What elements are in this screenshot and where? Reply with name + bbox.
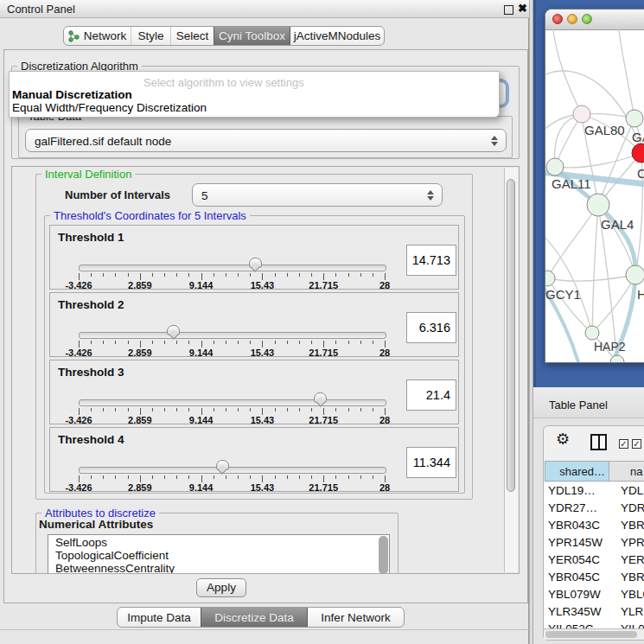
- slider-tick-label: 28: [379, 415, 390, 425]
- close-traffic-light-icon[interactable]: [552, 14, 563, 24]
- float-window-icon[interactable]: [504, 5, 513, 15]
- slider-tick: [176, 408, 177, 411]
- network-window-titlebar[interactable]: [545, 10, 644, 30]
- network-edge[interactable]: [545, 71, 641, 153]
- number-of-intervals-combobox[interactable]: 5: [192, 183, 443, 207]
- table-hscrollbar[interactable]: [544, 628, 644, 640]
- slider-tick: [201, 341, 202, 348]
- slider-tick: [348, 341, 349, 344]
- node-table[interactable]: YDL19…YDL1YDR27…YDR2YBR043CYBR0YPR145WYP…: [544, 482, 644, 628]
- network-node[interactable]: [626, 110, 643, 127]
- slider-tick: [335, 341, 336, 344]
- checkbox-icon[interactable]: ✓: [619, 439, 628, 449]
- attribute-list-item[interactable]: TopologicalCoefficient: [48, 548, 389, 561]
- numerical-attributes-list[interactable]: SelfLoopsTopologicalCoefficientBetweenne…: [48, 534, 390, 574]
- slider-track[interactable]: [79, 399, 386, 406]
- close-icon[interactable]: ✖: [518, 2, 527, 15]
- algorithm-option[interactable]: Equal Width/Frequency Discretization: [12, 101, 207, 114]
- network-node[interactable]: [587, 194, 609, 216]
- tab-cyni-toolbox[interactable]: Cyni Toolbox: [214, 27, 290, 45]
- table-row[interactable]: YBR045CYBR0: [544, 569, 644, 586]
- tab-infer-network[interactable]: Infer Network: [308, 608, 404, 627]
- slider-tick: [262, 475, 263, 482]
- slider-tick: [226, 475, 226, 479]
- slider-track[interactable]: [79, 332, 386, 339]
- network-node[interactable]: [573, 105, 590, 123]
- table-hscrollbar-thumb[interactable]: [545, 631, 637, 638]
- checkbox-icon[interactable]: ✓: [632, 439, 641, 449]
- slider-tick: [214, 341, 214, 344]
- slider-tick: [299, 341, 300, 344]
- attribute-list-item[interactable]: SelfLoops: [48, 535, 389, 548]
- tab-label: Infer Network: [321, 611, 390, 624]
- tab-impute-data[interactable]: Impute Data: [118, 608, 201, 627]
- slider-thumb[interactable]: [216, 460, 229, 470]
- table-row[interactable]: YDL19…YDL1: [544, 482, 644, 500]
- tab-label: jActiveMNodules: [294, 29, 381, 42]
- network-node[interactable]: [626, 265, 644, 284]
- column-header-name[interactable]: na: [609, 461, 644, 481]
- threshold-value-field[interactable]: 21.4: [406, 379, 456, 411]
- threshold-value-field[interactable]: 14.713: [406, 245, 456, 276]
- slider-thumb[interactable]: [167, 325, 180, 335]
- network-node-label: GAL11: [552, 176, 591, 191]
- tab-network[interactable]: Network: [64, 27, 131, 45]
- slider-tick: [287, 341, 288, 344]
- slider-track[interactable]: [79, 265, 386, 271]
- network-node[interactable]: [546, 158, 564, 175]
- threshold-panel: Threshold 4-3.4262.8599.14415.4321.71528…: [49, 427, 459, 492]
- slider-tick-label: 9.144: [189, 415, 214, 425]
- table-row[interactable]: YBL079WYBL0: [544, 586, 644, 603]
- network-edge[interactable]: [592, 205, 598, 333]
- table-row[interactable]: YBR043CYBR0: [544, 517, 644, 534]
- slider-tick: [250, 273, 251, 277]
- network-edge[interactable]: [618, 29, 634, 118]
- slider-tick: [152, 273, 153, 277]
- network-node[interactable]: [632, 143, 644, 163]
- bottom-tab-strip: Impute DataDiscretize DataInfer Network: [117, 607, 405, 628]
- zoom-traffic-light-icon[interactable]: [582, 14, 592, 24]
- threshold-value-field[interactable]: 6.316: [406, 312, 456, 343]
- network-edge[interactable]: [547, 275, 635, 281]
- table-row[interactable]: YPR145WYPR1: [544, 534, 644, 552]
- slider-tick: [164, 408, 165, 411]
- slider-thumb[interactable]: [249, 258, 262, 268]
- network-edge[interactable]: [547, 205, 598, 278]
- minimize-traffic-light-icon[interactable]: [567, 14, 577, 24]
- slider-thumb[interactable]: [314, 392, 327, 403]
- list-scrollbar[interactable]: [379, 536, 388, 574]
- table-row[interactable]: YDR27…YDR2: [544, 500, 644, 517]
- settings-scrollbar-thumb[interactable]: [507, 179, 515, 492]
- tab-discretize-data[interactable]: Discretize Data: [201, 608, 308, 627]
- threshold-value-field[interactable]: 11.344: [406, 447, 456, 478]
- threshold-label: Threshold 4: [58, 433, 124, 446]
- network-node[interactable]: [585, 326, 599, 340]
- tab-style[interactable]: Style: [131, 27, 170, 45]
- table-row[interactable]: YIL052CYIL0: [544, 621, 644, 628]
- table-data-combobox[interactable]: galFiltered.sif default node: [25, 129, 507, 152]
- slider-tick: [79, 341, 80, 348]
- tab-jactivemnodules[interactable]: jActiveMNodules: [290, 27, 384, 45]
- table-row[interactable]: YLR345WYLR3: [544, 603, 644, 621]
- attribute-list-item[interactable]: BetweennessCentrality: [48, 561, 389, 574]
- column-header-shared-name[interactable]: shared…: [545, 461, 609, 481]
- gear-icon[interactable]: ⚙: [556, 431, 570, 447]
- slider-tick: [335, 475, 336, 479]
- cell-name: YER0: [621, 553, 644, 566]
- settings-scrollbar[interactable]: [504, 168, 518, 572]
- apply-button[interactable]: Apply: [196, 578, 246, 597]
- slider-track[interactable]: [79, 467, 386, 474]
- cell-name: YBR0: [621, 571, 644, 583]
- tab-select[interactable]: Select: [170, 27, 214, 45]
- slider-tick: [140, 341, 141, 348]
- slider-tick: [299, 475, 300, 479]
- network-canvas[interactable]: GAL80GACGAL11GAL4GCY1HHAP2: [545, 29, 644, 363]
- split-columns-icon[interactable]: [590, 434, 607, 450]
- network-edge[interactable]: [555, 153, 641, 168]
- algorithm-option[interactable]: Manual Discretization: [12, 88, 132, 101]
- table-row[interactable]: YER054CYER0: [544, 552, 644, 569]
- network-node-label: GCY1: [545, 287, 581, 302]
- network-node[interactable]: [545, 271, 555, 286]
- slider-tick-label: 21.715: [309, 280, 338, 290]
- cell-shared-name: YER054C: [548, 553, 600, 566]
